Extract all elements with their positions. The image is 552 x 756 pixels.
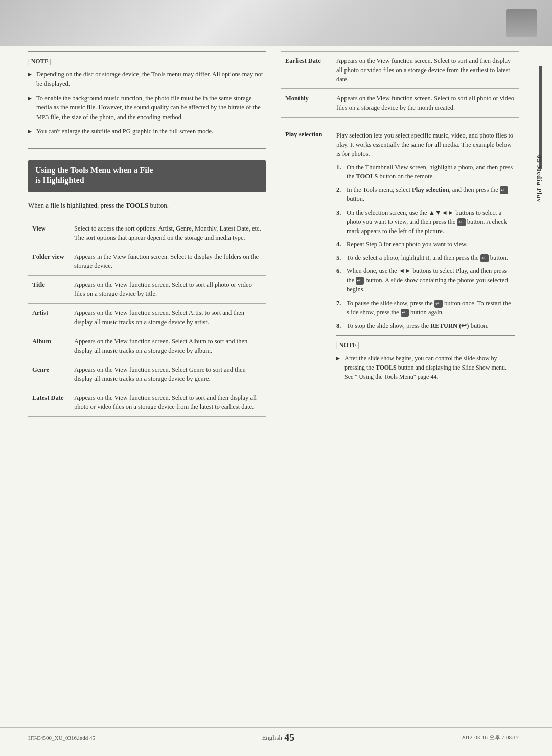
page-number-area: English 45: [262, 731, 294, 743]
play-step-3: 3. On the selection screen, use the ▲▼◄►…: [336, 208, 515, 236]
feature-table: View Select to access the sort options: …: [28, 219, 266, 417]
intro-text: When a file is highlighted, press the TO…: [28, 200, 266, 211]
row-desc: Appears on the View function screen. Sel…: [70, 304, 266, 332]
english-label: English: [262, 734, 282, 742]
row-desc: Appears on the View function screen. Sel…: [332, 89, 519, 117]
main-content: | NOTE | Depending on the disc or storag…: [28, 51, 519, 715]
row-desc: Appears in the View function screen. Sel…: [70, 247, 266, 275]
row-label: Monthly: [281, 89, 332, 117]
right-table: Earliest Date Appears on the View functi…: [281, 51, 519, 118]
play-selection-label: Play selection: [281, 126, 332, 395]
note-list: Depending on the disc or storage device,…: [28, 70, 266, 136]
row-label: View: [28, 219, 70, 247]
enter-icon: [401, 309, 409, 317]
row-label: Latest Date: [28, 388, 70, 417]
right-note-list: After the slide show begins, you can con…: [336, 354, 515, 381]
table-row: Artist Appears on the View function scre…: [28, 304, 266, 332]
play-steps-list: 1. On the Thumbnail View screen, highlig…: [336, 163, 515, 330]
row-desc: Appears on the View function screen. Sel…: [332, 52, 519, 89]
note-title: | NOTE |: [28, 58, 266, 65]
note-section: | NOTE | Depending on the disc or storag…: [28, 51, 266, 149]
table-row: Latest Date Appears on the View function…: [28, 388, 266, 417]
vertical-label-container: 05 Media Play: [526, 102, 552, 256]
row-label: Title: [28, 276, 70, 304]
play-selection-content: Play selection lets you select specific …: [332, 126, 519, 395]
row-label: Genre: [28, 360, 70, 388]
section-heading: Using the Tools Menu when a File is High…: [28, 160, 266, 193]
row-desc: Select to access the sort options: Artis…: [70, 219, 266, 247]
play-step-6: 6. When done, use the ◄► buttons to sele…: [336, 266, 515, 294]
top-divider: [0, 49, 552, 49]
page-header: [0, 0, 552, 46]
left-column: | NOTE | Depending on the disc or storag…: [28, 51, 266, 715]
row-label: Earliest Date: [281, 52, 332, 89]
right-note-title: | NOTE |: [336, 341, 515, 350]
play-selection-intro: Play selection lets you select specific …: [336, 131, 515, 158]
row-desc: Appears on the View function screen. Sel…: [70, 360, 266, 388]
footer-filename: HT-E4500_XU_0316.indd 45: [28, 735, 95, 741]
enter-icon: [434, 300, 443, 308]
enter-icon: [356, 277, 364, 285]
footer-timestamp: 2012-03-16 오후 7:08:17: [462, 734, 519, 741]
page-number: 45: [284, 731, 294, 743]
chapter-label: 05 Media Play: [535, 155, 543, 202]
play-step-5: 5. To de-select a photo, highlight it, a…: [336, 253, 515, 262]
play-step-2: 2. In the Tools menu, select Play select…: [336, 185, 515, 203]
right-note-item-1: After the slide show begins, you can con…: [336, 354, 515, 381]
table-row: Earliest Date Appears on the View functi…: [281, 52, 519, 89]
right-note: | NOTE | After the slide show begins, yo…: [336, 335, 515, 390]
section-heading-text: Using the Tools Menu when a File is High…: [35, 165, 259, 187]
table-row: View Select to access the sort options: …: [28, 219, 266, 247]
row-label: Artist: [28, 304, 70, 332]
table-row: Title Appears on the View function scree…: [28, 276, 266, 304]
right-column: Earliest Date Appears on the View functi…: [281, 51, 519, 715]
table-row: Genre Appears on the View function scree…: [28, 360, 266, 388]
play-step-7: 7. To pause the slide show, press the bu…: [336, 299, 515, 317]
row-desc: Appears on the View function screen. Sel…: [70, 388, 266, 417]
page: 05 Media Play | NOTE | Depending on the …: [0, 0, 552, 756]
row-desc: Appears on the View function screen. Sel…: [70, 332, 266, 360]
row-desc: Appears on the View function screen. Sel…: [70, 276, 266, 304]
page-footer: HT-E4500_XU_0316.indd 45 English 45 2012…: [28, 727, 519, 743]
play-selection-area: Play selection Play selection lets you s…: [281, 126, 519, 395]
table-row: Album Appears on the View function scree…: [28, 332, 266, 360]
table-row: Monthly Appears on the View function scr…: [281, 89, 519, 117]
note-item-1: Depending on the disc or storage device,…: [28, 70, 266, 89]
row-label: Folder view: [28, 247, 70, 275]
enter-icon: [457, 218, 466, 226]
row-label: Album: [28, 332, 70, 360]
enter-icon: [500, 186, 508, 194]
play-step-4: 4. Repeat Step 3 for each photo you want…: [336, 240, 515, 249]
play-step-1: 1. On the Thumbnail View screen, highlig…: [336, 163, 515, 181]
note-item-3: You can't enlarge the subtitle and PG gr…: [28, 127, 266, 136]
enter-icon: [480, 254, 489, 262]
note-item-2: To enable the background music function,…: [28, 94, 266, 122]
play-step-8: 8. To stop the slide show, press the RET…: [336, 321, 515, 330]
header-accent: [506, 9, 537, 37]
table-row: Folder view Appears in the View function…: [28, 247, 266, 275]
